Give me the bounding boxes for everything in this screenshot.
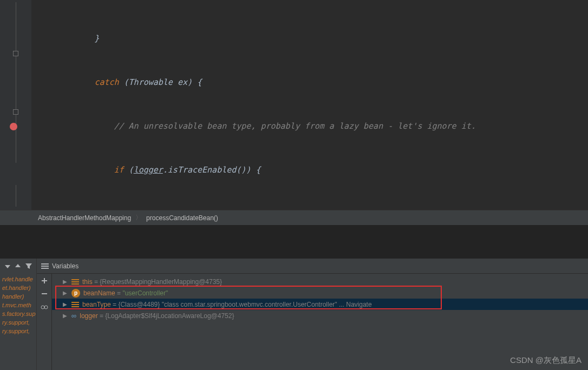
keyword: catch	[94, 77, 119, 87]
param-hint: o:	[197, 209, 217, 210]
stack-frame[interactable]: t.mvc.meth	[0, 301, 36, 309]
comment: // An unresolvable bean type, probably f…	[36, 121, 476, 131]
field: logger	[134, 209, 163, 210]
filter-icon[interactable]	[24, 262, 33, 270]
var-value: = {Class@4489} "class com.star.springboo…	[111, 301, 372, 308]
list-icon	[41, 263, 49, 269]
add-icon[interactable]	[41, 277, 48, 285]
expand-icon[interactable]: ▶	[63, 279, 68, 285]
object-icon	[71, 302, 79, 307]
code-editor[interactable]: } catch (Throwable ex) { // An unresolva…	[0, 0, 588, 210]
fold-marker[interactable]	[13, 109, 18, 115]
code-text: .	[163, 209, 168, 210]
infinity-icon: ∞	[71, 312, 76, 320]
stack-frame[interactable]: et.handler)	[0, 283, 36, 292]
var-name: logger	[80, 312, 97, 320]
var-name: beanName	[83, 289, 115, 297]
panel-divider	[0, 225, 588, 259]
var-value: "userController"	[122, 289, 168, 297]
breadcrumb-item[interactable]: AbstractHandlerMethodMapping	[38, 214, 131, 222]
variable-row-beantype[interactable]: ▶ beanType = {Class@4489} "class com.sta…	[52, 299, 588, 310]
variable-row-this[interactable]: ▶ this = {RequestMappingHandlerMapping@4…	[52, 276, 588, 287]
code-text: (Throwable ex) {	[119, 77, 202, 87]
variables-title: Variables	[52, 262, 79, 270]
up-arrow-icon[interactable]	[14, 262, 22, 270]
expand-icon[interactable]: ▶	[63, 290, 68, 296]
var-name: beanType	[82, 301, 111, 308]
string: "'"	[456, 209, 471, 210]
fold-marker[interactable]	[13, 51, 18, 56]
var-name: this	[82, 278, 93, 286]
svg-point-3	[41, 306, 44, 309]
debugger-panel: rvlet.handle et.handler) handler) t.mvc.…	[0, 259, 588, 370]
var-value: = {LogAdapter$Slf4jLocationAwareLog@4752…	[98, 312, 234, 320]
remove-icon[interactable]	[41, 290, 48, 298]
variable-row-logger[interactable]: ▶ ∞ logger = {LogAdapter$Slf4jLocationAw…	[52, 310, 588, 321]
glasses-icon[interactable]	[41, 303, 48, 310]
editor-gutter	[0, 0, 31, 210]
variable-row-beanname[interactable]: ▶ p beanName = "userController"	[52, 287, 588, 299]
stack-frame[interactable]: ry.support,	[0, 327, 36, 335]
code-text: (	[192, 209, 197, 210]
method: trace	[168, 209, 192, 210]
stack-frame[interactable]: ry.support,	[0, 318, 36, 327]
down-arrow-icon[interactable]	[3, 262, 12, 270]
object-icon	[71, 279, 79, 285]
code-text: (	[124, 165, 134, 175]
keyword: if	[114, 165, 124, 175]
breadcrumb: AbstractHandlerMethodMapping 〉 processCa…	[0, 210, 588, 225]
string: "Could not resolve type for bean '"	[217, 209, 388, 210]
variables-toolbar	[37, 274, 52, 370]
param-badge-icon: p	[71, 289, 80, 298]
code-text: , ex);	[471, 209, 500, 210]
chevron-right-icon: 〉	[135, 213, 142, 222]
breadcrumb-item[interactable]: processCandidateBean()	[146, 214, 218, 222]
stack-frame[interactable]: rvlet.handle	[0, 275, 36, 283]
svg-rect-2	[41, 268, 49, 269]
code-content[interactable]: } catch (Throwable ex) { // An unresolva…	[31, 0, 588, 210]
code-text: }	[36, 34, 99, 43]
code-text: + beanName +	[388, 209, 456, 210]
expand-icon[interactable]: ▶	[63, 313, 68, 319]
expand-icon[interactable]: ▶	[63, 301, 68, 307]
svg-rect-1	[41, 266, 49, 267]
var-value: = {RequestMappingHandlerMapping@4735}	[93, 278, 222, 286]
stack-frames[interactable]: rvlet.handle et.handler) handler) t.mvc.…	[0, 274, 36, 370]
breakpoint-icon[interactable]	[10, 123, 17, 130]
code-text: .isTraceEnabled()) {	[163, 165, 261, 175]
frames-panel: rvlet.handle et.handler) handler) t.mvc.…	[0, 259, 37, 370]
stack-frame[interactable]: s.factory.sup	[0, 309, 36, 318]
svg-point-4	[44, 306, 48, 309]
watermark: CSDN @灰色孤星A	[510, 355, 582, 366]
stack-frame[interactable]: handler)	[0, 292, 36, 301]
var-value: =	[115, 289, 123, 297]
svg-rect-0	[41, 263, 49, 265]
field: logger	[134, 165, 163, 175]
variables-tree[interactable]: ▶ this = {RequestMappingHandlerMapping@4…	[52, 274, 588, 370]
variables-header: Variables	[37, 259, 588, 274]
